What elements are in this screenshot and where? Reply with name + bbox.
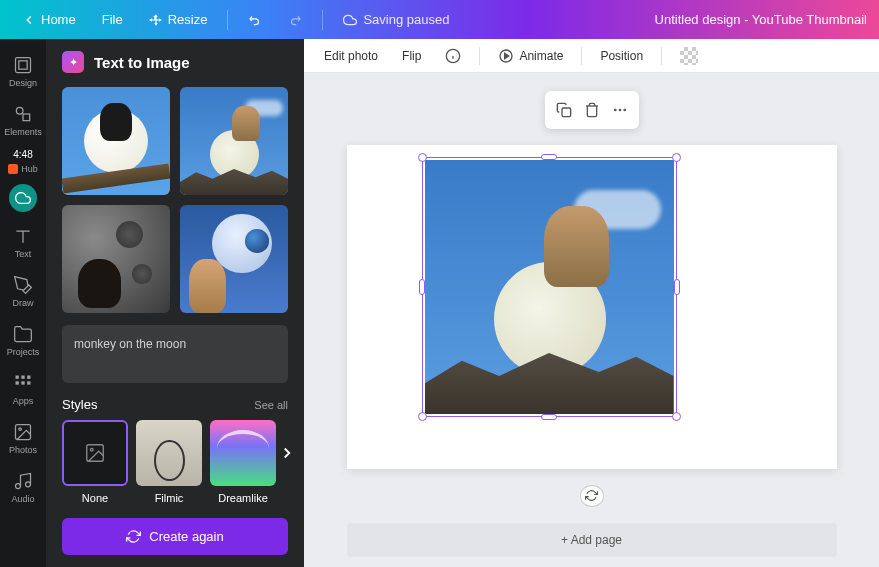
selection-box[interactable] [422, 157, 677, 417]
panel-title: Text to Image [94, 54, 190, 71]
copy-icon [556, 102, 572, 118]
sidebar-item-projects[interactable]: Projects [0, 316, 46, 365]
resize-button[interactable]: Resize [139, 6, 218, 33]
svg-point-15 [90, 448, 93, 451]
svg-point-2 [16, 107, 23, 114]
see-all-styles[interactable]: See all [254, 399, 288, 411]
file-menu[interactable]: File [92, 6, 133, 33]
style-none[interactable]: None [62, 420, 128, 504]
resize-handle-s[interactable] [541, 414, 557, 420]
top-menu-bar: Home File Resize Saving paused Untitled … [0, 0, 879, 39]
text-icon [13, 226, 33, 246]
delete-button[interactable] [579, 97, 605, 123]
svg-rect-7 [16, 381, 19, 384]
generated-image-3[interactable] [62, 205, 170, 313]
generated-image-2[interactable] [180, 87, 288, 195]
sidebar-item-apps[interactable]: Apps [0, 365, 46, 414]
sidebar-item-draw[interactable]: Draw [0, 267, 46, 316]
redo-icon [288, 13, 302, 27]
apps-icon [13, 373, 33, 393]
styles-next-arrow[interactable] [278, 444, 296, 462]
resize-handle-nw[interactable] [418, 153, 427, 162]
svg-rect-3 [23, 114, 30, 121]
svg-point-22 [614, 109, 617, 112]
app-icon: ✦ [62, 51, 84, 73]
svg-point-23 [618, 109, 621, 112]
resize-handle-n[interactable] [541, 154, 557, 160]
info-button[interactable] [435, 42, 471, 70]
svg-marker-20 [505, 53, 509, 58]
svg-rect-9 [27, 381, 30, 384]
styles-label: Styles [62, 397, 97, 412]
refresh-icon [126, 529, 141, 544]
transparency-button[interactable] [670, 41, 708, 71]
upload-button[interactable] [9, 184, 37, 212]
cloud-icon [343, 13, 357, 27]
svg-point-12 [16, 484, 21, 489]
context-toolbar: Edit photo Flip Animate Position [304, 39, 879, 73]
prompt-input[interactable]: monkey on the moon [62, 325, 288, 383]
image-placeholder-icon [84, 442, 106, 464]
design-icon [13, 55, 33, 75]
home-button[interactable]: Home [12, 6, 86, 33]
resize-icon [149, 13, 163, 27]
document-title[interactable]: Untitled design - YouTube Thumbnail [655, 12, 867, 27]
resize-handle-sw[interactable] [418, 412, 427, 421]
sidebar-item-elements[interactable]: Elements [0, 96, 46, 145]
animate-button[interactable]: Animate [488, 42, 573, 70]
cloud-upload-icon [15, 190, 31, 206]
svg-rect-1 [19, 61, 27, 69]
save-status: Saving paused [343, 12, 449, 27]
duplicate-button[interactable] [551, 97, 577, 123]
style-filmic[interactable]: Filmic [136, 420, 202, 504]
sidebar-item-design[interactable]: Design [0, 47, 46, 96]
hub-indicator[interactable]: Hub [8, 164, 38, 174]
text-to-image-panel: ✦ Text to Image monkey on the moon Style… [46, 39, 304, 567]
audio-icon [13, 471, 33, 491]
sidebar-item-photos[interactable]: Photos [0, 414, 46, 463]
redo-button[interactable] [278, 7, 312, 33]
canvas-image[interactable] [425, 160, 674, 414]
sidebar-item-audio[interactable]: Audio [0, 463, 46, 512]
svg-point-24 [623, 109, 626, 112]
draw-icon [13, 275, 33, 295]
folder-icon [13, 324, 33, 344]
svg-rect-0 [16, 58, 31, 73]
left-sidebar: Design Elements 4:48 Hub Text Draw Proje… [0, 39, 46, 567]
trash-icon [584, 102, 600, 118]
transparency-icon [680, 47, 698, 65]
add-page-button[interactable]: + Add page [347, 523, 837, 557]
more-icon [612, 102, 628, 118]
svg-point-13 [26, 482, 31, 487]
sync-icon [585, 489, 598, 502]
create-again-button[interactable]: Create again [62, 518, 288, 555]
resize-handle-w[interactable] [419, 279, 425, 295]
more-button[interactable] [607, 97, 633, 123]
svg-rect-21 [562, 108, 571, 117]
photos-icon [13, 422, 33, 442]
sync-button[interactable] [580, 485, 604, 507]
svg-point-11 [19, 428, 21, 431]
undo-button[interactable] [238, 7, 272, 33]
generated-image-4[interactable] [180, 205, 288, 313]
info-icon [445, 48, 461, 64]
style-dreamlike[interactable]: Dreamlike [210, 420, 276, 504]
floating-toolbar [545, 91, 639, 129]
svg-rect-8 [21, 381, 24, 384]
animate-icon [498, 48, 514, 64]
svg-rect-5 [21, 376, 24, 379]
svg-rect-6 [27, 376, 30, 379]
svg-rect-4 [16, 376, 19, 379]
elements-icon [13, 104, 33, 124]
position-button[interactable]: Position [590, 43, 653, 69]
resize-handle-e[interactable] [674, 279, 680, 295]
time-display: 4:48 [13, 149, 32, 160]
generated-image-1[interactable] [62, 87, 170, 195]
edit-photo-button[interactable]: Edit photo [314, 43, 388, 69]
canvas-page[interactable] [347, 145, 837, 469]
resize-handle-ne[interactable] [672, 153, 681, 162]
sidebar-item-text[interactable]: Text [0, 218, 46, 267]
resize-handle-se[interactable] [672, 412, 681, 421]
flip-button[interactable]: Flip [392, 43, 431, 69]
home-label: Home [41, 12, 76, 27]
